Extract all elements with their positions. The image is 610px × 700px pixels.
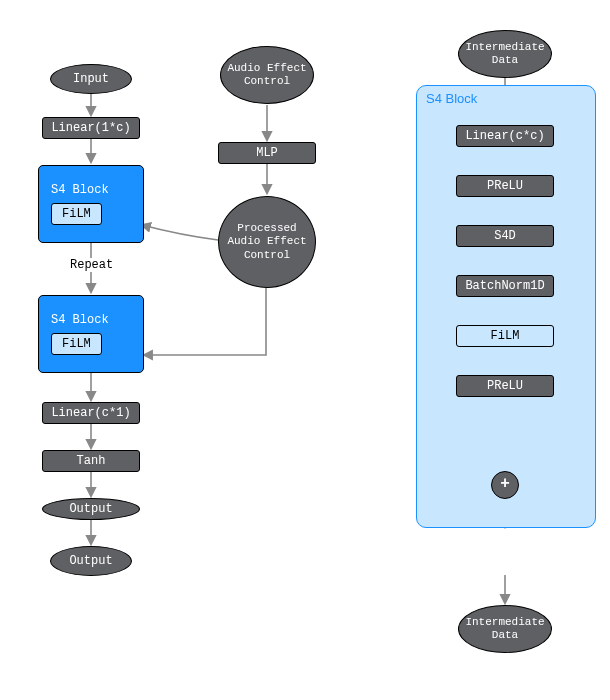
prelu-1-label: PReLU [487, 179, 523, 193]
output-label-2: Output [69, 554, 112, 568]
prelu-2-label: PReLU [487, 379, 523, 393]
s4block-2-film: FiLM [51, 333, 102, 355]
s4d-node: S4D [456, 225, 554, 247]
film-node: FiLM [456, 325, 554, 347]
tanh-label: Tanh [77, 454, 106, 468]
s4block-2: S4 Block FiLM [38, 295, 144, 373]
linear-in-label: Linear(1*c) [51, 121, 130, 135]
output-label-1: Output [69, 502, 112, 516]
s4block-1-film: FiLM [51, 203, 102, 225]
processed-audio-control-label: Processed Audio Effect Control [219, 222, 315, 262]
tanh-node: Tanh [42, 450, 140, 472]
batchnorm-label: BatchNorm1D [465, 279, 544, 293]
s4block-2-title: S4 Block [51, 313, 109, 327]
intermediate-data-out-node: Intermediate Data [458, 605, 552, 653]
s4block-1-title: S4 Block [51, 183, 109, 197]
audio-effect-control-label: Audio Effect Control [221, 62, 313, 88]
mlp-label: MLP [256, 146, 278, 160]
audio-effect-control-node: Audio Effect Control [220, 46, 314, 104]
s4block-1: S4 Block FiLM [38, 165, 144, 243]
input-label: Input [73, 72, 109, 86]
repeat-label: Repeat [70, 258, 113, 272]
intermediate-data-out-label: Intermediate Data [459, 616, 551, 642]
film-label: FiLM [491, 329, 520, 343]
s4d-label: S4D [494, 229, 516, 243]
input-node: Input [50, 64, 132, 94]
plus-node: + [491, 471, 519, 499]
prelu-2-node: PReLU [456, 375, 554, 397]
s4-block-panel [416, 85, 596, 528]
linear-cc-node: Linear(c*c) [456, 125, 554, 147]
processed-audio-control-node: Processed Audio Effect Control [218, 196, 316, 288]
prelu-1-node: PReLU [456, 175, 554, 197]
linear-cc-label: Linear(c*c) [465, 129, 544, 143]
plus-label: + [500, 475, 510, 494]
linear-out-label: Linear(c*1) [51, 406, 130, 420]
intermediate-data-in-label: Intermediate Data [459, 41, 551, 67]
output-node-1: Output [42, 498, 140, 520]
linear-out-node: Linear(c*1) [42, 402, 140, 424]
s4-block-panel-title: S4 Block [426, 91, 477, 106]
output-node-2: Output [50, 546, 132, 576]
mlp-node: MLP [218, 142, 316, 164]
intermediate-data-in-node: Intermediate Data [458, 30, 552, 78]
batchnorm-node: BatchNorm1D [456, 275, 554, 297]
linear-in-node: Linear(1*c) [42, 117, 140, 139]
